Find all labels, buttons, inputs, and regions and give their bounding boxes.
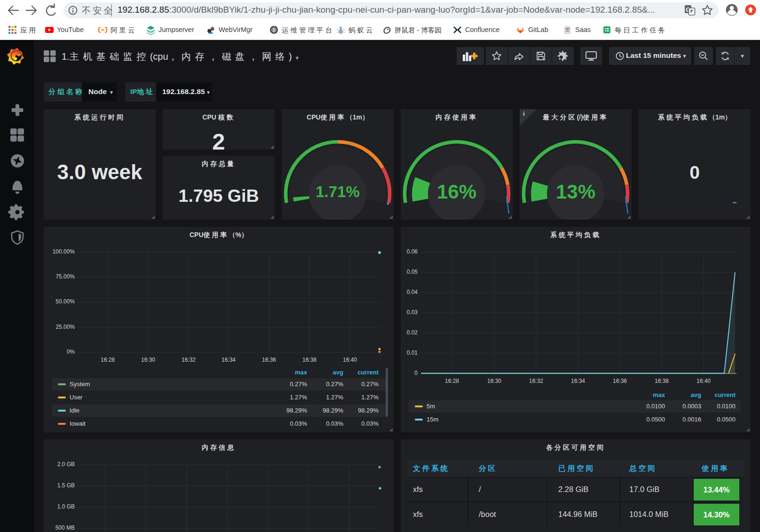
svg-text:1.71%: 1.71%: [316, 183, 360, 200]
svg-text:13%: 13%: [556, 181, 595, 203]
svg-text:16%: 16%: [437, 181, 476, 203]
